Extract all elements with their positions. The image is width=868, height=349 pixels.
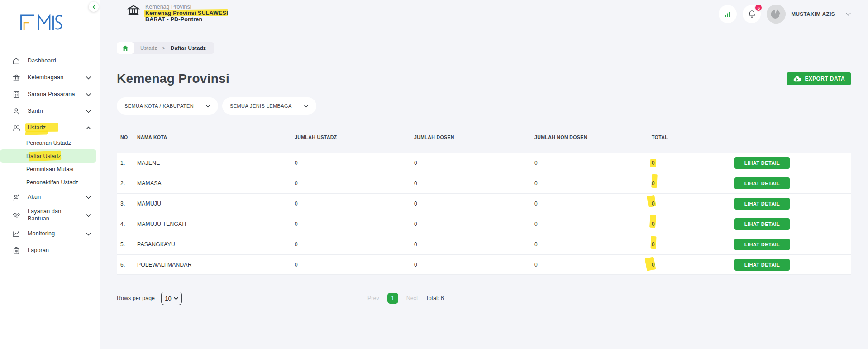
organization-info: Kemenag Provinsi Kemenag Provinsi SULAWE…	[127, 4, 228, 23]
sidebar-item-monitoring[interactable]: Monitoring	[0, 225, 100, 242]
lihat-detail-button[interactable]: LIHAT DETAIL	[734, 157, 790, 169]
chevron-left-icon	[92, 5, 96, 9]
lihat-detail-button[interactable]: LIHAT DETAIL	[734, 239, 790, 250]
sidebar-item-label: Santri	[28, 108, 43, 115]
filter-kota-kabupaten-select[interactable]: SEMUA KOTA / KABUPATEN	[117, 97, 218, 115]
page-title: Kemenag Provinsi	[117, 72, 229, 86]
cell-jumlah-non-dosen: 0	[534, 241, 652, 248]
cell-jumlah-ustadz: 0	[295, 201, 414, 207]
sidebar-item-laporan[interactable]: Laporan	[0, 242, 100, 259]
user-icon	[12, 107, 21, 115]
cell-nama-kota: MAMUJU	[137, 201, 295, 207]
rows-per-page-label: Rows per page	[117, 295, 155, 301]
sidebar-item-label: Laporan	[28, 247, 49, 254]
breadcrumb-section[interactable]: Ustadz	[140, 45, 157, 51]
cloud-download-icon	[793, 76, 801, 82]
sidebar-item-label: Sarana Prasarana	[28, 91, 75, 98]
sidebar-item-kelembagaan[interactable]: Kelembagaan	[0, 69, 100, 86]
breadcrumb-home-button[interactable]	[117, 42, 134, 54]
user-plus-icon	[12, 193, 21, 201]
sidebar-item-label: Akun	[28, 194, 41, 201]
sidebar-nav: Dashboard Kelembagaan Sarana Prasarana	[0, 53, 100, 259]
cell-jumlah-non-dosen: 0	[534, 262, 652, 268]
sidebar-item-dashboard[interactable]: Dashboard	[0, 53, 100, 69]
handshake-icon	[12, 211, 21, 220]
sidebar-collapse-button[interactable]	[89, 2, 99, 12]
sidebar-subitem-penonaktifan-ustadz[interactable]: Penonaktifan Ustadz	[0, 176, 100, 189]
lihat-detail-button[interactable]: LIHAT DETAIL	[734, 198, 790, 210]
breadcrumb-separator: >	[162, 45, 165, 51]
bank-icon	[127, 4, 140, 23]
cell-nama-kota: MAJENE	[137, 160, 295, 166]
filter-jenis-lembaga-select[interactable]: SEMUA JENIS LEMBAGA	[222, 97, 316, 115]
cell-total: 0	[652, 241, 708, 248]
next-page-button[interactable]: Next	[406, 295, 418, 301]
current-page-button[interactable]: 1	[387, 293, 398, 304]
cell-total: 0	[652, 160, 708, 166]
sidebar-item-layanan-dan-bantuan[interactable]: Layanan dan Bantuan	[0, 206, 100, 225]
chevron-down-icon	[86, 76, 91, 80]
cell-jumlah-non-dosen: 0	[534, 180, 652, 186]
notifications-button[interactable]: 6	[743, 5, 761, 23]
org-name-line: Kemenag Provinsi SULAWESI	[145, 10, 228, 16]
chevron-down-icon	[86, 232, 91, 236]
cell-total: 0	[652, 201, 708, 207]
sidebar-item-sarana-prasarana[interactable]: Sarana Prasarana	[0, 86, 100, 103]
pagination: Prev 1 Next Total: 6	[367, 293, 444, 304]
breadcrumb: Ustadz > Daftar Ustadz	[117, 42, 214, 54]
sidebar-item-santri[interactable]: Santri	[0, 103, 100, 120]
column-header: JUMLAH NON DOSEN	[534, 134, 652, 140]
chevron-down-icon	[205, 105, 210, 108]
sidebar-subitem-daftar-ustadz[interactable]: Daftar Ustadz	[0, 149, 96, 163]
column-header: JUMLAH USTADZ	[295, 134, 414, 140]
chart-line-icon	[12, 230, 21, 238]
sidebar: Dashboard Kelembagaan Sarana Prasarana	[0, 0, 100, 349]
stats-button[interactable]	[719, 5, 737, 23]
sidebar-item-akun[interactable]: Akun	[0, 189, 100, 206]
cell-jumlah-dosen: 0	[414, 160, 534, 166]
cell-jumlah-dosen: 0	[414, 241, 534, 248]
topbar: Kemenag Provinsi Kemenag Provinsi SULAWE…	[117, 0, 851, 26]
column-header: NAMA KOTA	[137, 134, 295, 140]
chevron-down-icon	[174, 297, 178, 300]
cell-nama-kota: MAMASA	[137, 180, 295, 186]
cell-jumlah-dosen: 0	[414, 221, 534, 227]
sidebar-subitem-permintaan-mutasi[interactable]: Permintaan Mutasi	[0, 163, 100, 176]
cell-no: 4.	[120, 221, 137, 227]
cell-nama-kota: PASANGKAYU	[137, 241, 295, 248]
emis-logo	[17, 9, 100, 34]
submenu-label: Pencarian Ustadz	[26, 140, 71, 146]
table-footer: Rows per page 10 Prev 1 Next Total: 6	[117, 291, 851, 306]
sidebar-item-ustadz[interactable]: Ustadz	[0, 120, 100, 136]
filter-value: SEMUA KOTA / KABUPATEN	[124, 103, 194, 109]
building-icon	[12, 91, 21, 99]
topbar-actions: 6 MUSTAKIM AZIS	[719, 5, 851, 24]
column-header: TOTAL	[652, 134, 708, 140]
lihat-detail-button[interactable]: LIHAT DETAIL	[734, 259, 790, 271]
column-header: JUMLAH DOSEN	[414, 134, 534, 140]
cell-jumlah-dosen: 0	[414, 180, 534, 186]
submenu-label: Penonaktifan Ustadz	[26, 179, 78, 186]
submenu-label: Daftar Ustadz	[26, 153, 61, 159]
chevron-up-icon	[86, 126, 91, 130]
prev-page-button[interactable]: Prev	[367, 295, 379, 301]
rows-per-page-value: 10	[165, 295, 171, 302]
bank-icon	[12, 74, 21, 82]
table-row: 6. POLEWALI MANDAR 0 0 0 0 LIHAT DETAIL	[117, 254, 851, 275]
cell-jumlah-ustadz: 0	[295, 180, 414, 186]
cell-jumlah-ustadz: 0	[295, 160, 414, 166]
sidebar-item-label: Kelembagaan	[28, 74, 63, 81]
sidebar-subitem-pencarian-ustadz[interactable]: Pencarian Ustadz	[0, 136, 100, 149]
user-menu[interactable]: MUSTAKIM AZIS	[767, 5, 851, 24]
export-data-button[interactable]: EXPORT DATA	[787, 72, 851, 85]
users-icon	[12, 124, 21, 132]
title-row: Kemenag Provinsi EXPORT DATA	[117, 72, 851, 86]
lihat-detail-button[interactable]: LIHAT DETAIL	[734, 177, 790, 189]
rows-per-page-select[interactable]: 10	[161, 292, 182, 305]
cell-jumlah-dosen: 0	[414, 262, 534, 268]
user-name: MUSTAKIM AZIS	[791, 11, 835, 17]
chevron-down-icon	[86, 214, 91, 217]
lihat-detail-button[interactable]: LIHAT DETAIL	[734, 218, 790, 230]
table-body: 1. MAJENE 0 0 0 0 LIHAT DETAIL 2. MAMASA…	[117, 153, 851, 275]
cell-jumlah-non-dosen: 0	[534, 201, 652, 207]
